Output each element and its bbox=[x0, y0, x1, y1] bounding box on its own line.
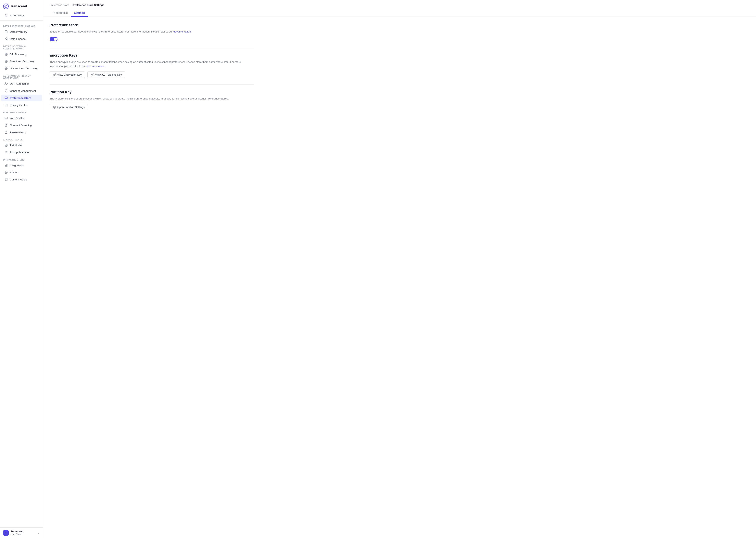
section-label-risk-intelligence: Risk Intelligence bbox=[0, 109, 43, 114]
sidebar-item-custom-fields[interactable]: Custom Fields bbox=[1, 176, 42, 183]
encryption-keys-description: These encryption keys are used to create… bbox=[50, 60, 254, 68]
sidebar-item-unstructured-discovery[interactable]: Unstructured Discovery bbox=[1, 65, 42, 72]
globe2-icon bbox=[4, 60, 8, 63]
sidebar: Transcend Action Items Data Asset Intell… bbox=[0, 0, 43, 538]
partition-key-section: Partition Key The Preference Store offer… bbox=[50, 90, 254, 111]
svg-line-45 bbox=[7, 173, 7, 173]
svg-point-19 bbox=[5, 82, 6, 83]
section-label-autonomous-privacy: Autonomous Privacy Operations bbox=[0, 72, 43, 80]
encryption-keys-title: Encryption Keys bbox=[50, 53, 254, 58]
svg-point-30 bbox=[5, 144, 7, 146]
grid-icon bbox=[4, 164, 8, 167]
sidebar-item-assessments[interactable]: Assessments bbox=[1, 129, 42, 135]
svg-rect-24 bbox=[5, 117, 7, 119]
svg-line-46 bbox=[7, 171, 7, 172]
partition-key-title: Partition Key bbox=[50, 90, 254, 94]
store-icon bbox=[4, 96, 8, 100]
sidebar-item-structured-discovery[interactable]: Structured Discovery bbox=[1, 58, 42, 65]
section-label-ai-governance: AI Governance bbox=[0, 136, 43, 142]
sidebar-item-label: Action Items bbox=[10, 14, 24, 17]
sidebar-item-label: Integrations bbox=[10, 164, 24, 167]
preference-store-toggle[interactable] bbox=[50, 37, 58, 41]
svg-rect-41 bbox=[5, 166, 6, 166]
section-label-infrastructure: Infrastructure bbox=[0, 156, 43, 162]
preference-store-doc-link[interactable]: documentation bbox=[173, 30, 191, 33]
section-label-data-discovery: Data Discovery & Classification bbox=[0, 42, 43, 51]
sidebar-item-dsr-automation[interactable]: DSR Automation bbox=[1, 81, 42, 87]
compass-icon bbox=[4, 143, 8, 147]
sidebar-item-label: Data Inventory bbox=[10, 30, 27, 33]
key2-icon bbox=[91, 73, 94, 76]
main-content: Preference Store › Preference Store Sett… bbox=[43, 0, 756, 538]
globe-icon bbox=[4, 52, 8, 56]
sidebar-item-action-items[interactable]: Action Items bbox=[1, 12, 42, 19]
sidebar-item-label: Custom Fields bbox=[10, 178, 27, 181]
bell-icon bbox=[4, 14, 8, 17]
breadcrumb: Preference Store › Preference Store Sett… bbox=[50, 4, 750, 7]
sidebar-item-data-lineage[interactable]: Data Lineage bbox=[1, 35, 42, 42]
sidebar-item-contract-scanning[interactable]: Contract Scanning bbox=[1, 122, 42, 129]
svg-point-23 bbox=[6, 105, 7, 105]
toggle-thumb bbox=[54, 38, 57, 41]
breadcrumb-parent[interactable]: Preference Store bbox=[50, 4, 69, 7]
top-bar: Preference Store › Preference Store Sett… bbox=[43, 0, 756, 17]
open-partition-settings-button[interactable]: Open Partition Settings bbox=[50, 104, 88, 110]
chevron-down-icon: ⌄ bbox=[38, 531, 40, 534]
sidebar-item-label: DSR Automation bbox=[10, 82, 29, 85]
footer-org-name: Transcend bbox=[11, 530, 36, 533]
sidebar-item-label: Silo Discovery bbox=[10, 53, 27, 56]
sidebar-footer[interactable]: T Transcend Linh Chau ⌄ bbox=[0, 527, 43, 538]
preference-store-description: Toggle on to enable our SDK to sync with… bbox=[50, 29, 254, 34]
view-encryption-key-button[interactable]: View Encryption Key bbox=[50, 72, 85, 78]
sidebar-item-label: Web Auditor bbox=[10, 117, 24, 120]
sidebar-item-consent-management[interactable]: Consent Management bbox=[1, 87, 42, 94]
section-label-data-asset: Data Asset Intelligence bbox=[0, 22, 43, 28]
sidebar-item-label: Unstructured Discovery bbox=[10, 67, 37, 70]
eye-icon bbox=[4, 103, 8, 107]
search-circle-icon bbox=[4, 171, 8, 174]
svg-point-7 bbox=[5, 30, 7, 31]
view-jwt-signing-key-button[interactable]: View JWT Signing Key bbox=[87, 72, 125, 78]
sidebar-item-sombra[interactable]: Sombra bbox=[1, 169, 42, 176]
tab-settings[interactable]: Settings bbox=[71, 9, 88, 17]
share2-icon bbox=[4, 37, 8, 40]
sidebar-item-preference-store[interactable]: Preference Store bbox=[1, 94, 42, 101]
sidebar-item-label: Sombra bbox=[10, 171, 19, 174]
footer-user-info: Transcend Linh Chau bbox=[11, 530, 36, 536]
svg-rect-20 bbox=[5, 97, 7, 98]
svg-rect-48 bbox=[5, 178, 7, 181]
sidebar-item-silo-discovery[interactable]: Silo Discovery bbox=[1, 51, 42, 58]
svg-rect-29 bbox=[6, 131, 7, 132]
sidebar-item-privacy-center[interactable]: Privacy Center bbox=[1, 102, 42, 108]
encryption-keys-doc-link[interactable]: documentation bbox=[87, 65, 104, 68]
svg-line-12 bbox=[6, 38, 7, 39]
monitor-icon bbox=[4, 116, 8, 120]
breadcrumb-current: Preference Store Settings bbox=[73, 4, 104, 7]
sidebar-item-data-inventory[interactable]: Data Inventory bbox=[1, 28, 42, 35]
partition-key-description: The Preference Store offers partitions, … bbox=[50, 96, 254, 101]
preference-store-title: Preference Store bbox=[50, 23, 254, 27]
sidebar-item-pathfinder[interactable]: Pathfinder bbox=[1, 142, 42, 148]
divider-1 bbox=[50, 48, 254, 48]
gear-icon bbox=[53, 106, 56, 109]
sidebar-item-integrations[interactable]: Integrations bbox=[1, 162, 42, 169]
encryption-keys-buttons: View Encryption Key View JWT Signing Key bbox=[50, 72, 254, 78]
sidebar-item-label: Contract Scanning bbox=[10, 124, 32, 127]
database-icon bbox=[4, 30, 8, 33]
tab-preferences[interactable]: Preferences bbox=[50, 9, 71, 17]
app-name: Transcend bbox=[10, 4, 27, 8]
list-icon bbox=[4, 150, 8, 154]
clipboard-icon bbox=[4, 131, 8, 134]
globe3-icon bbox=[4, 67, 8, 70]
user-check-icon bbox=[4, 82, 8, 85]
sidebar-item-prompt-manager[interactable]: Prompt Manager bbox=[1, 149, 42, 156]
sidebar-item-label: Assessments bbox=[10, 131, 25, 134]
preference-store-section: Preference Store Toggle on to enable our… bbox=[50, 23, 254, 41]
sidebar-item-label: Consent Management bbox=[10, 89, 36, 92]
avatar: T bbox=[3, 530, 9, 536]
encryption-keys-section: Encryption Keys These encryption keys ar… bbox=[50, 53, 254, 78]
sidebar-item-label: Prompt Manager bbox=[10, 151, 30, 154]
sidebar-item-web-auditor[interactable]: Web Auditor bbox=[1, 115, 42, 121]
svg-line-44 bbox=[5, 171, 6, 172]
footer-user-name: Linh Chau bbox=[11, 533, 36, 536]
